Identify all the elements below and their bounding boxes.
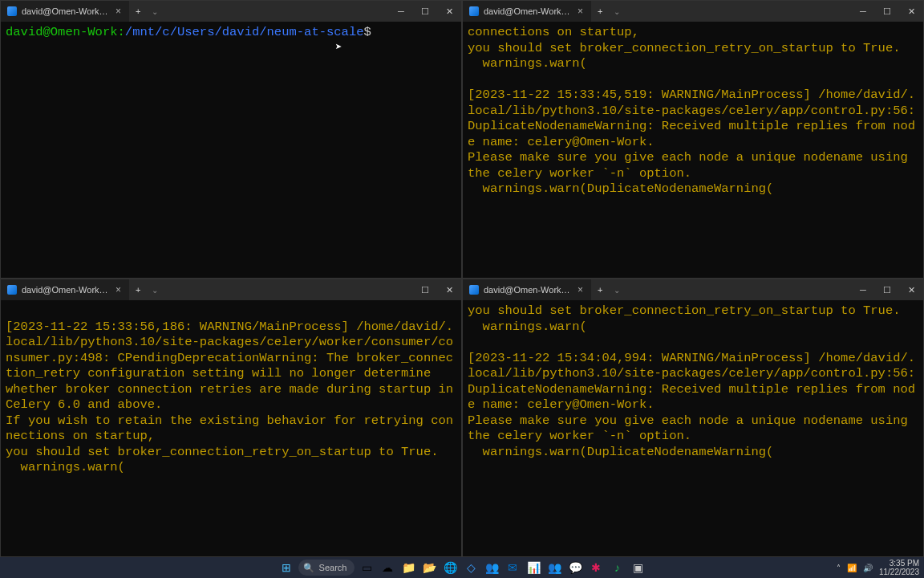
maximize-button[interactable]: ☐ bbox=[413, 1, 437, 22]
task-view-icon[interactable]: ▭ bbox=[358, 559, 375, 576]
tab-active[interactable]: david@Omen-Work: /mnt/c/L × bbox=[1, 1, 129, 22]
slack-icon[interactable]: ✱ bbox=[587, 559, 605, 576]
terminal-body[interactable]: [2023-11-22 15:33:56,186: WARNING/MainPr… bbox=[1, 300, 461, 556]
new-tab-button[interactable]: + bbox=[129, 1, 147, 22]
system-tray[interactable]: ˄ 📶 🔊 3:35 PM 11/22/2023 bbox=[837, 559, 919, 576]
prompt-user: david@Omen-Work bbox=[6, 25, 118, 39]
new-tab-button[interactable]: + bbox=[591, 279, 609, 300]
tab-active[interactable]: david@Omen-Work: /mnt/c/L × bbox=[1, 279, 129, 300]
start-button[interactable]: ⊞ bbox=[278, 559, 295, 576]
volume-icon[interactable]: 🔊 bbox=[863, 564, 873, 572]
ppt-icon[interactable]: 📊 bbox=[525, 559, 542, 576]
tray-chevron-icon[interactable]: ˄ bbox=[837, 564, 841, 572]
close-button[interactable]: ✕ bbox=[899, 1, 923, 22]
close-button[interactable]: ✕ bbox=[437, 279, 461, 300]
tab-title: david@Omen-Work: /mnt/c/L bbox=[484, 6, 571, 16]
discord-icon[interactable]: 💬 bbox=[566, 559, 584, 576]
new-tab-button[interactable]: + bbox=[129, 279, 147, 300]
tab-dropdown-icon[interactable]: ⌄ bbox=[147, 1, 163, 22]
powershell-icon bbox=[469, 285, 479, 295]
taskbar-search[interactable]: 🔍 Search bbox=[298, 560, 355, 576]
maximize-button[interactable]: ☐ bbox=[413, 279, 437, 300]
tab-close-button[interactable]: × bbox=[576, 284, 585, 295]
taskbar: ⊞ 🔍 Search ▭ ☁ 📁 📂 🌐 ◇ 👥 ✉ 📊 👥 💬 ✱ ♪ ▣ ˄… bbox=[0, 557, 924, 578]
outlook-icon[interactable]: ✉ bbox=[504, 559, 521, 576]
minimize-button[interactable]: ─ bbox=[851, 279, 875, 300]
terminal-window-bottom-right: david@Omen-Work: /mnt/c/L × + ⌄ ─ ☐ ✕ yo… bbox=[462, 279, 924, 557]
titlebar: david@Omen-Work: /mnt/c/L × + ⌄ ─ ☐ ✕ bbox=[463, 279, 923, 300]
tab-active[interactable]: david@Omen-Work: /mnt/c/L × bbox=[463, 1, 591, 22]
wifi-icon[interactable]: 📶 bbox=[847, 564, 857, 572]
tab-dropdown-icon[interactable]: ⌄ bbox=[147, 279, 163, 300]
minimize-button[interactable]: ─ bbox=[851, 1, 875, 22]
terminal-window-bottom-left: david@Omen-Work: /mnt/c/L × + ⌄ ☐ ✕ [202… bbox=[0, 279, 462, 557]
maximize-button[interactable]: ☐ bbox=[875, 279, 899, 300]
powershell-icon bbox=[7, 285, 17, 295]
clock-date: 11/22/2023 bbox=[879, 568, 919, 576]
tab-dropdown-icon[interactable]: ⌄ bbox=[609, 279, 625, 300]
tab-title: david@Omen-Work: /mnt/c/L bbox=[22, 6, 109, 16]
search-icon: 🔍 bbox=[303, 563, 314, 573]
titlebar: david@Omen-Work: /mnt/c/L × + ⌄ ─ ☐ ✕ bbox=[463, 1, 923, 22]
prompt-path: /mnt/c/Users/david/neum-at-scale bbox=[125, 25, 364, 39]
terminal-window-top-left: david@Omen-Work: /mnt/c/L × + ⌄ ─ ☐ ✕ da… bbox=[0, 0, 462, 279]
terminal-icon[interactable]: ▣ bbox=[629, 559, 646, 576]
tab-close-button[interactable]: × bbox=[114, 6, 123, 17]
tab-dropdown-icon[interactable]: ⌄ bbox=[609, 1, 625, 22]
chrome-icon[interactable]: 🌐 bbox=[441, 559, 459, 576]
titlebar: david@Omen-Work: /mnt/c/L × + ⌄ ☐ ✕ bbox=[1, 279, 461, 300]
clock-time: 3:35 PM bbox=[879, 559, 919, 568]
maximize-button[interactable]: ☐ bbox=[875, 1, 899, 22]
tab-close-button[interactable]: × bbox=[576, 6, 585, 17]
terminal-window-top-right: david@Omen-Work: /mnt/c/L × + ⌄ ─ ☐ ✕ co… bbox=[462, 0, 924, 279]
close-button[interactable]: ✕ bbox=[437, 1, 461, 22]
explorer-icon-2[interactable]: 📂 bbox=[420, 559, 438, 576]
vscode-icon[interactable]: ◇ bbox=[462, 559, 480, 576]
tab-close-button[interactable]: × bbox=[114, 284, 123, 295]
terminal-body[interactable]: connections on startup, you should set b… bbox=[463, 22, 923, 278]
explorer-icon[interactable]: 📁 bbox=[399, 559, 417, 576]
teams2-icon[interactable]: 👥 bbox=[545, 559, 563, 576]
tab-title: david@Omen-Work: /mnt/c/L bbox=[484, 285, 571, 295]
teams-icon[interactable]: 👥 bbox=[483, 559, 500, 576]
minimize-button[interactable]: ─ bbox=[389, 1, 413, 22]
titlebar: david@Omen-Work: /mnt/c/L × + ⌄ ─ ☐ ✕ bbox=[1, 1, 461, 22]
tab-active[interactable]: david@Omen-Work: /mnt/c/L × bbox=[463, 279, 591, 300]
powershell-icon bbox=[7, 6, 17, 16]
terminal-body[interactable]: david@Omen-Work:/mnt/c/Users/david/neum-… bbox=[1, 22, 461, 278]
prompt-dollar: $ bbox=[364, 25, 371, 39]
weather-icon[interactable]: ☁ bbox=[379, 559, 396, 576]
tab-title: david@Omen-Work: /mnt/c/L bbox=[22, 285, 109, 295]
new-tab-button[interactable]: + bbox=[591, 1, 609, 22]
search-placeholder: Search bbox=[319, 563, 347, 572]
terminal-body[interactable]: you should set broker_connection_retry_o… bbox=[463, 300, 923, 556]
powershell-icon bbox=[469, 6, 479, 16]
close-button[interactable]: ✕ bbox=[899, 279, 923, 300]
clock[interactable]: 3:35 PM 11/22/2023 bbox=[879, 559, 919, 576]
spotify-icon[interactable]: ♪ bbox=[608, 559, 626, 576]
